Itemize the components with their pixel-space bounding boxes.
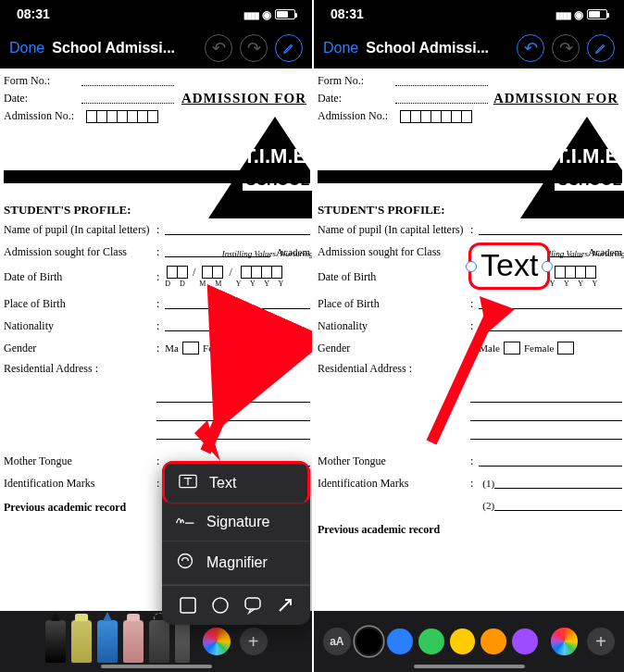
logo-brand: T.I.M.E. xyxy=(229,144,312,168)
logo-tagline: Instilling Values. Nurturing Exc xyxy=(201,249,312,258)
date-label: Date: xyxy=(4,92,78,106)
svg-rect-2 xyxy=(181,598,195,613)
done-button[interactable]: Done xyxy=(323,40,358,56)
lasso-tool[interactable] xyxy=(149,620,169,663)
svg-point-3 xyxy=(213,598,228,613)
prev-record: Previous academic record xyxy=(318,523,622,537)
field-gender-label: Gender xyxy=(4,342,156,355)
popup-signature-button[interactable]: Signature xyxy=(162,504,310,541)
svg-line-6 xyxy=(213,352,250,435)
wifi-icon xyxy=(574,6,583,21)
battery-icon xyxy=(275,9,295,19)
redo-button[interactable] xyxy=(240,34,268,62)
nav-bar: Done School Admissi... xyxy=(314,28,624,68)
color-swatch-yellow[interactable] xyxy=(450,628,476,654)
shape-speech-button[interactable] xyxy=(243,595,263,616)
pen-tool[interactable] xyxy=(45,620,66,663)
font-style-button[interactable]: aA xyxy=(323,628,351,655)
color-swatch-blue[interactable] xyxy=(387,628,413,654)
signature-icon xyxy=(175,514,195,530)
undo-button[interactable] xyxy=(205,34,232,62)
field-marks-label: Identification Marks xyxy=(4,477,156,491)
svg-line-7 xyxy=(431,305,494,442)
svg-rect-4 xyxy=(245,598,260,609)
popup-shapes-row xyxy=(162,585,310,625)
shape-square-button[interactable] xyxy=(178,595,198,616)
signal-icon xyxy=(243,6,258,21)
status-bar: 08:31 xyxy=(0,0,312,28)
add-element-popup: Text Signature Magnifier xyxy=(162,461,310,625)
color-swatch-green[interactable] xyxy=(418,628,444,654)
home-indicator[interactable] xyxy=(414,665,525,668)
pencil-tool[interactable] xyxy=(97,620,118,663)
svg-point-1 xyxy=(179,554,193,568)
color-swatch-purple[interactable] xyxy=(512,628,538,654)
shape-arrow-button[interactable] xyxy=(275,595,295,616)
field-pob-label: Place of Birth xyxy=(4,297,156,311)
form-no-label: Form No.: xyxy=(318,74,392,88)
field-dob-label: Date of Birth xyxy=(4,270,156,284)
color-wheel-button[interactable] xyxy=(551,628,579,655)
field-name-label: Name of pupil (In capital letters) xyxy=(4,223,156,237)
field-class-label: Admission sought for Class xyxy=(4,245,156,259)
document-title: School Admissi... xyxy=(52,40,197,56)
color-wheel-button[interactable] xyxy=(203,628,231,655)
text-style-toolbar: aA + xyxy=(314,611,624,672)
battery-icon xyxy=(587,9,607,19)
add-button[interactable]: + xyxy=(240,628,268,655)
shape-circle-button[interactable] xyxy=(210,595,231,616)
add-button[interactable]: + xyxy=(587,628,615,655)
highlighter-tool[interactable] xyxy=(71,620,92,663)
doc-heading: ADMISSION FOR xyxy=(181,91,306,106)
field-nat-label: Nationality xyxy=(4,319,156,333)
inserted-text-box[interactable]: Text xyxy=(468,243,550,290)
markup-toggle-button[interactable] xyxy=(275,34,303,62)
document-title: School Admissi... xyxy=(366,40,509,56)
nav-bar: Done School Admissi... xyxy=(0,28,312,68)
status-bar: 08:31 xyxy=(314,0,624,28)
done-button[interactable]: Done xyxy=(9,40,44,56)
form-no-label: Form No.: xyxy=(4,74,78,88)
inserted-text-content[interactable]: Text xyxy=(480,247,538,282)
home-indicator[interactable] xyxy=(101,665,212,668)
date-label: Date: xyxy=(318,92,392,106)
undo-button[interactable] xyxy=(517,34,544,62)
magnifier-icon xyxy=(175,552,195,574)
admission-no-label: Admission No.: xyxy=(4,109,85,123)
popup-magnifier-button[interactable]: Magnifier xyxy=(162,541,310,585)
popup-magnifier-label: Magnifier xyxy=(206,554,268,571)
annotation-arrow-icon xyxy=(415,287,517,457)
redo-button[interactable] xyxy=(552,34,580,62)
popup-signature-label: Signature xyxy=(206,514,270,530)
doc-heading: ADMISSION FOR xyxy=(493,91,618,106)
eraser-tool[interactable] xyxy=(123,620,144,663)
field-addr-label: Residential Address : xyxy=(4,362,156,376)
clock: 08:31 xyxy=(331,6,364,21)
clock: 08:31 xyxy=(17,6,50,21)
markup-toggle-button[interactable] xyxy=(587,34,615,62)
left-pane: 08:31 Done School Admissi... ADMISSION F… xyxy=(0,0,312,672)
color-swatch-black[interactable] xyxy=(356,628,382,654)
color-swatch-orange[interactable] xyxy=(480,628,506,654)
field-tongue-label: Mother Tongue xyxy=(4,454,156,468)
signal-icon xyxy=(555,6,570,21)
admission-no-label: Admission No.: xyxy=(318,109,399,123)
annotation-arrow-icon xyxy=(194,342,268,476)
ruler-tool[interactable] xyxy=(175,620,190,663)
wifi-icon xyxy=(262,6,271,21)
text-icon xyxy=(178,474,198,492)
popup-text-label: Text xyxy=(209,475,236,492)
